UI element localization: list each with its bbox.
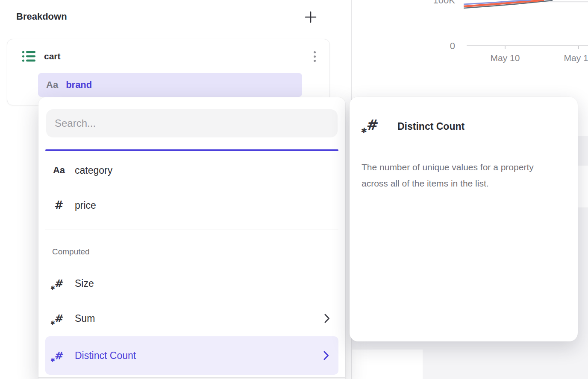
add-breakdown-button[interactable] [303,9,319,26]
plus-icon [304,11,317,23]
line-chart [352,0,588,51]
property-label: price [75,200,96,211]
property-item-category[interactable]: Aa category [38,153,345,188]
computed-number-icon: #✱ [54,350,64,362]
distinct-count-tooltip: #✱ Distinct Count The number of unique v… [350,97,578,341]
x-axis-label-may17: May 17 [559,53,588,63]
breakdown-card: cart Aa brand [7,39,330,105]
property-dropdown: Aa category # price Computed #✱ Size #✱ … [38,97,345,379]
y-axis-tick-0: 0 [450,41,455,52]
breakdown-card-header: cart [22,49,321,64]
list-icon [22,50,35,63]
chevron-right-icon [324,314,330,323]
text-property-icon: Aa [46,79,58,90]
star-icon: ✱ [50,285,55,291]
text-property-icon: Aa [53,165,65,176]
computed-label: Size [75,278,94,289]
selected-property-name: brand [66,79,92,90]
chevron-right-icon [323,351,329,360]
property-label: category [75,165,112,176]
y-axis-tick-100k: 100K [433,0,455,6]
computed-number-icon: #✱ [54,312,64,325]
computed-item-size[interactable]: #✱ Size [38,266,345,301]
x-axis-tickmark [578,46,579,49]
computed-label: Sum [75,313,95,324]
number-property-icon: # [54,199,64,212]
property-item-price[interactable]: # price [38,188,345,223]
tooltip-description: The number of unique values for a proper… [362,159,559,192]
breakdown-title: Breakdown [16,11,67,22]
search-input[interactable] [46,109,338,137]
x-axis-tickmark [505,46,506,49]
dropdown-divider [45,230,338,230]
computed-label: Distinct Count [75,350,136,362]
star-icon: ✱ [50,320,55,326]
computed-section-label: Computed [52,245,90,258]
computed-number-icon: #✱ [367,117,379,133]
card-options-button[interactable] [308,49,321,64]
selected-breakdown-property[interactable]: Aa brand [38,73,302,97]
x-axis-line [467,45,588,46]
report-table-lower-band [423,350,588,379]
breakdown-list-name: cart [44,51,61,61]
computed-number-icon: #✱ [54,277,64,290]
kebab-icon [314,51,316,53]
star-icon: ✱ [361,126,368,135]
active-tab-indicator [45,149,338,151]
computed-item-sum[interactable]: #✱ Sum [38,301,345,336]
tooltip-title: Distinct Count [397,121,465,132]
computed-item-distinct-count[interactable]: #✱ Distinct Count [45,336,338,375]
star-icon: ✱ [50,357,55,363]
x-axis-label-may10: May 10 [486,53,524,63]
